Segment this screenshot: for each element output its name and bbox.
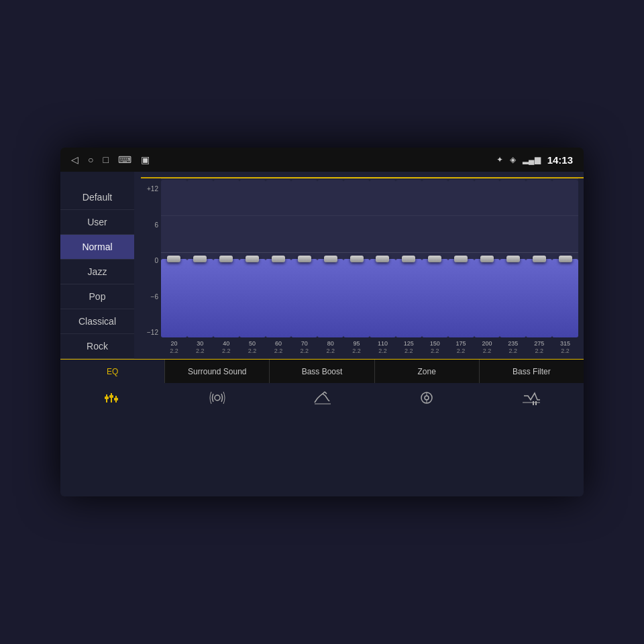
eq-fc-label-20: 20 [170, 340, 177, 347]
eq-slider-track-20[interactable] [161, 180, 187, 337]
back-icon[interactable]: ◁ [71, 154, 78, 165]
eq-slider-track-95[interactable] [343, 180, 370, 337]
eq-fc-label-80: 80 [327, 340, 334, 347]
eq-band-125[interactable]: 1252.2 [396, 178, 422, 356]
eq-slider-track-175[interactable] [448, 180, 474, 337]
eq-slider-track-200[interactable] [474, 180, 500, 337]
eq-slider-handle-125[interactable] [402, 256, 415, 262]
eq-q-label-175: 2.2 [457, 347, 466, 354]
eq-q-label-95: 2.2 [352, 347, 361, 354]
eq-slider-track-110[interactable] [370, 180, 396, 337]
eq-band-40[interactable]: 402.2 [213, 178, 239, 356]
eq-band-50[interactable]: 502.2 [239, 178, 266, 356]
tab-bassboost[interactable]: Bass Boost [270, 360, 374, 383]
eq-slider-track-60[interactable] [266, 180, 292, 337]
eq-slider-handle-315[interactable] [559, 256, 572, 262]
eq-band-200[interactable]: 2002.2 [474, 178, 500, 356]
eq-slider-track-70[interactable] [291, 180, 317, 337]
eq-fc-label-125: 125 [404, 340, 414, 347]
usb-icon: ⌨ [118, 154, 131, 165]
eq-q-label-40: 2.2 [222, 347, 231, 354]
location-icon: ◈ [510, 155, 516, 164]
svg-rect-1 [105, 396, 109, 399]
eq-q-label-80: 2.2 [326, 347, 335, 354]
status-icons-left: ◁ ○ □ ⌨ ▣ [71, 154, 150, 165]
tab-bassfilter[interactable]: Bass Filter [480, 360, 584, 383]
media-icon: ▣ [141, 154, 150, 165]
bluetooth-icon: ✦ [496, 155, 503, 164]
eq-q-label-70: 2.2 [301, 347, 309, 354]
svg-point-6 [215, 395, 220, 400]
signal-icon: ▂▄▆ [523, 155, 541, 164]
eq-slider-handle-275[interactable] [533, 256, 546, 262]
eq-slider-track-80[interactable] [317, 180, 343, 337]
eq-slider-handle-110[interactable] [376, 256, 389, 262]
eq-band-60[interactable]: 602.2 [266, 178, 292, 356]
tab-labels-row: EQ Surround Sound Bass Boost Zone Bass F… [60, 359, 584, 383]
eq-q-label-235: 2.2 [509, 347, 518, 354]
eq-panel: wincairan.ir +12 6 0 −6 −12 [134, 172, 584, 359]
eq-band-110[interactable]: 1102.2 [370, 178, 396, 356]
recents-icon[interactable]: □ [103, 154, 108, 165]
tab-eq[interactable]: EQ [60, 360, 165, 383]
eq-slider-track-235[interactable] [500, 180, 526, 337]
eq-band-315[interactable]: 3152.2 [552, 178, 578, 356]
tab-icon-eq[interactable] [60, 383, 165, 413]
sidebar-item-default[interactable]: Default [60, 185, 134, 210]
sidebar-item-jazz[interactable]: Jazz [60, 260, 134, 284]
eq-q-label-125: 2.2 [405, 347, 413, 354]
eq-slider-track-125[interactable] [396, 180, 422, 337]
tab-icons-row [60, 383, 584, 413]
eq-slider-handle-95[interactable] [350, 256, 364, 262]
eq-band-80[interactable]: 802.2 [317, 178, 343, 356]
sidebar-item-user[interactable]: User [60, 210, 134, 235]
eq-slider-handle-20[interactable] [167, 256, 180, 262]
eq-slider-handle-70[interactable] [298, 256, 311, 262]
eq-slider-track-275[interactable] [526, 180, 552, 337]
scale-plus12: +12 [147, 185, 158, 193]
eq-slider-track-40[interactable] [213, 180, 239, 337]
eq-band-30[interactable]: 302.2 [187, 178, 213, 356]
tab-icon-bassboost[interactable] [270, 383, 374, 413]
svg-line-8 [325, 392, 327, 394]
eq-band-70[interactable]: 702.2 [291, 178, 317, 356]
eq-slider-handle-60[interactable] [272, 256, 285, 262]
tab-icon-surround[interactable] [165, 383, 270, 413]
eq-slider-track-50[interactable] [239, 180, 266, 337]
eq-slider-handle-30[interactable] [193, 256, 207, 262]
eq-slider-handle-40[interactable] [219, 256, 233, 262]
eq-slider-track-150[interactable] [422, 180, 448, 337]
sidebar-item-classical[interactable]: Classical [60, 309, 134, 334]
eq-band-275[interactable]: 2752.2 [526, 178, 552, 356]
eq-slider-handle-80[interactable] [324, 256, 337, 262]
eq-fc-label-110: 110 [378, 340, 388, 347]
eq-slider-handle-175[interactable] [454, 256, 468, 262]
scale-6: 6 [154, 221, 158, 229]
sidebar-item-rock[interactable]: Rock [60, 334, 134, 359]
eq-fc-label-175: 175 [456, 340, 466, 347]
scale-minus12: −12 [147, 329, 158, 336]
tab-zone[interactable]: Zone [375, 360, 480, 383]
eq-q-label-50: 2.2 [248, 347, 257, 354]
eq-band-150[interactable]: 1502.2 [422, 178, 448, 356]
eq-band-95[interactable]: 952.2 [343, 178, 370, 356]
svg-point-10 [425, 396, 429, 400]
tab-icon-bassfilter[interactable] [479, 383, 584, 413]
eq-fc-label-30: 30 [197, 340, 203, 347]
eq-slider-track-30[interactable] [187, 180, 213, 337]
eq-slider-handle-50[interactable] [246, 256, 259, 262]
eq-band-235[interactable]: 2352.2 [500, 178, 526, 356]
eq-slider-handle-150[interactable] [428, 256, 441, 262]
eq-band-20[interactable]: 202.2 [161, 178, 187, 356]
sidebar-item-normal[interactable]: Normal [60, 235, 134, 260]
eq-slider-handle-200[interactable] [480, 256, 494, 262]
eq-fc-label-40: 40 [223, 340, 229, 347]
home-icon[interactable]: ○ [88, 154, 93, 165]
tab-icon-zone[interactable] [374, 383, 479, 413]
tab-surround[interactable]: Surround Sound [165, 360, 270, 383]
eq-slider-handle-235[interactable] [506, 256, 520, 262]
eq-fc-label-275: 275 [534, 340, 544, 347]
eq-slider-track-315[interactable] [552, 180, 578, 337]
sidebar-item-pop[interactable]: Pop [60, 284, 134, 309]
eq-band-175[interactable]: 1752.2 [448, 178, 474, 356]
